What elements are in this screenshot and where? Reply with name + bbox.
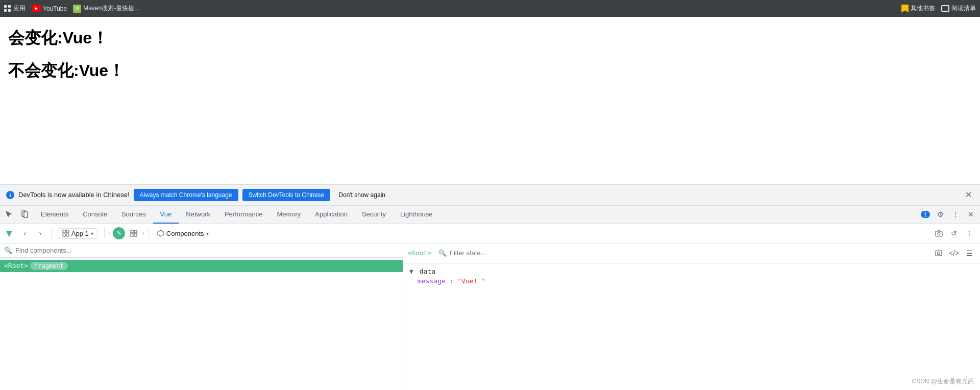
- static-text: 不会变化:Vue！: [8, 60, 972, 82]
- vue-toolbar: ▼ ‹ › App 1 ▾ ‹ ✎ › Components ▾ ↺ ⋮: [0, 224, 980, 243]
- root-tree-item[interactable]: <Root> fragment: [0, 260, 403, 272]
- title-bar-right: 其他书签 阅读清单: [901, 4, 976, 13]
- svg-marker-10: [158, 230, 164, 236]
- data-arrow: ▼: [409, 267, 413, 275]
- edit-button[interactable]: ✎: [113, 227, 125, 239]
- title-bar-left: 应用 ▶ YouTube 源 Maven搜索-最快捷...: [4, 4, 139, 13]
- always-match-button[interactable]: Always match Chrome's language: [134, 189, 238, 201]
- breadcrumb-arrow1: ‹: [109, 230, 111, 237]
- collapse-button[interactable]: ☰: [963, 247, 976, 260]
- maven-tab[interactable]: 源 Maven搜索-最快捷...: [73, 4, 139, 13]
- devtools-right-icons: 1 ⚙ ⋮ ✕: [921, 207, 978, 222]
- divider2: [104, 228, 105, 238]
- vue-right-icons: ↺ ⋮: [932, 227, 976, 240]
- tab-sources[interactable]: Sources: [114, 205, 153, 224]
- reading-section[interactable]: 阅读清单: [941, 4, 976, 13]
- youtube-tab[interactable]: ▶ YouTube: [32, 5, 67, 12]
- right-icons: </> ☰: [932, 247, 976, 260]
- state-search-bar: <Root> 🔍 </> ☰: [403, 243, 980, 263]
- data-section: ▼ data: [409, 267, 974, 275]
- close-notification-button[interactable]: ✕: [963, 190, 974, 200]
- settings-button[interactable]: ⚙: [933, 207, 947, 222]
- close-devtools-button[interactable]: ✕: [964, 207, 978, 222]
- app-selector-icon: [62, 230, 69, 237]
- grid-icon: [130, 230, 137, 237]
- components-button[interactable]: Components ▾: [153, 229, 213, 238]
- tab-lighthouse[interactable]: Lighthouse: [393, 205, 440, 224]
- maven-label: Maven搜索-最快捷...: [83, 4, 139, 13]
- root-tag-display: <Root>: [407, 249, 431, 257]
- info-icon: i: [6, 191, 14, 199]
- tab-console[interactable]: Console: [76, 205, 114, 224]
- vue-right-panel: <Root> 🔍 </> ☰ ▼ data message : "Vue! ": [403, 243, 980, 391]
- svg-rect-6: [131, 230, 133, 233]
- search-icon-right: 🔍: [438, 249, 447, 257]
- bookmarks-label: 其他书签: [911, 4, 935, 13]
- message-value: "Vue! ": [457, 277, 485, 285]
- screenshot-button[interactable]: [932, 227, 945, 240]
- svg-rect-2: [63, 230, 65, 233]
- devtools-left-icons: [2, 207, 32, 222]
- grid-view-button[interactable]: [127, 227, 140, 240]
- fragment-badge: fragment: [30, 262, 68, 270]
- svg-rect-4: [63, 234, 65, 236]
- vue-more-button[interactable]: ⋮: [963, 227, 976, 240]
- svg-point-14: [938, 252, 940, 254]
- svg-rect-13: [936, 251, 942, 256]
- svg-rect-5: [66, 234, 69, 236]
- bookmarks-section[interactable]: 其他书签: [901, 4, 935, 13]
- state-content: ▼ data message : "Vue! ": [403, 263, 980, 291]
- forward-button[interactable]: ›: [34, 227, 47, 240]
- tab-security[interactable]: Security: [355, 205, 393, 224]
- svg-point-12: [938, 232, 940, 235]
- grid-icon: [4, 5, 11, 12]
- bookmark-icon: [901, 5, 909, 13]
- vue-left-panel: 🔍 <Root> fragment: [0, 243, 403, 391]
- app-selector-label: App 1: [71, 230, 89, 237]
- vue-logo: ▼: [4, 228, 14, 239]
- message-section: message : "Vue! ": [409, 277, 974, 285]
- tab-network[interactable]: Network: [179, 205, 217, 224]
- reactive-text: 会变化:Vue！: [8, 27, 972, 50]
- screenshot-right-button[interactable]: [932, 247, 945, 260]
- colon: :: [450, 277, 458, 285]
- console-badge: 1: [921, 211, 930, 218]
- back-button[interactable]: ‹: [18, 227, 32, 240]
- watermark: CSDN @生命是有光的: [912, 377, 974, 386]
- reload-button[interactable]: ↺: [947, 227, 961, 240]
- youtube-label: YouTube: [43, 5, 67, 12]
- tab-elements[interactable]: Elements: [34, 205, 76, 224]
- apps-item[interactable]: 应用: [4, 4, 26, 13]
- apps-label: 应用: [13, 4, 26, 13]
- breadcrumb-arrow2: ›: [142, 230, 144, 237]
- svg-rect-1: [24, 212, 28, 217]
- search-icon: 🔍: [4, 247, 12, 254]
- more-button[interactable]: ⋮: [948, 207, 963, 222]
- svg-rect-8: [131, 234, 133, 236]
- filter-state-input[interactable]: [450, 249, 929, 257]
- code-button[interactable]: </>: [947, 247, 961, 260]
- tab-vue[interactable]: Vue: [153, 205, 179, 224]
- tab-application[interactable]: Application: [308, 205, 355, 224]
- tab-memory[interactable]: Memory: [270, 205, 308, 224]
- reading-icon: [941, 5, 949, 12]
- camera-icon: [935, 230, 943, 237]
- reading-label: 阅读清单: [951, 4, 976, 13]
- inspect-element-button[interactable]: [2, 207, 16, 222]
- components-label: Components: [166, 230, 204, 237]
- camera-icon-right: [935, 250, 942, 257]
- switch-devtools-button[interactable]: Switch DevTools to Chinese: [242, 189, 331, 201]
- components-icon: [157, 230, 164, 237]
- maven-icon: 源: [73, 5, 81, 13]
- component-tree: <Root> fragment: [0, 258, 403, 391]
- svg-rect-9: [134, 234, 137, 236]
- device-toolbar-button[interactable]: [17, 207, 32, 222]
- tab-performance[interactable]: Performance: [217, 205, 270, 224]
- dont-show-button[interactable]: Don't show again: [334, 189, 389, 201]
- find-components-input[interactable]: [15, 247, 399, 254]
- root-tag-label: <Root>: [4, 262, 28, 270]
- divider: [51, 228, 52, 238]
- notification-message: DevTools is now available in Chinese!: [18, 191, 130, 199]
- app-selector[interactable]: App 1 ▾: [58, 228, 98, 239]
- component-search-bar: 🔍: [0, 243, 403, 258]
